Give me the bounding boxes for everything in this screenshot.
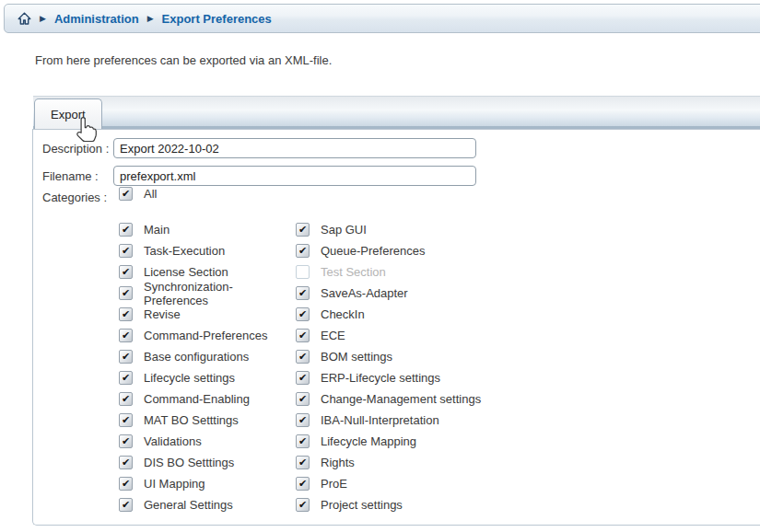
- category-label: ECE: [321, 329, 345, 342]
- category-label: Rights: [321, 456, 355, 469]
- category-checkbox[interactable]: ✔: [119, 286, 133, 300]
- category-label: ERP-Lifecycle settings: [321, 371, 440, 385]
- category-item: ✔Lifecycle Mapping: [296, 434, 590, 448]
- tab-export-label: Export: [51, 108, 86, 121]
- category-label: Project settings: [321, 498, 403, 512]
- category-item: ✔Command-Enabling: [119, 392, 296, 406]
- category-checkbox[interactable]: ✔: [119, 244, 133, 258]
- category-item: ✔IBA-Null-Interpretation: [296, 413, 590, 427]
- home-icon[interactable]: [18, 12, 31, 25]
- category-checkbox[interactable]: ✔: [296, 392, 310, 406]
- category-label: Change-Management settings: [321, 392, 481, 406]
- category-label: IBA-Null-Interpretation: [321, 413, 439, 427]
- category-item: ✔DIS BO Setttings: [119, 456, 296, 469]
- category-item: ✔Base configurations: [119, 350, 296, 364]
- tab-strip: [33, 96, 760, 129]
- intro-text: From here preferences can be exported vi…: [35, 53, 332, 67]
- categories-grid: ✔Main✔Sap GUI✔Task-Execution✔Queue-Prefe…: [119, 219, 590, 515]
- category-label: DIS BO Setttings: [144, 456, 234, 469]
- category-item: ✔Project settings: [296, 498, 590, 512]
- category-label: ProE: [321, 477, 347, 491]
- category-item: ✔Sap GUI: [296, 223, 590, 237]
- filename-input[interactable]: [113, 166, 476, 186]
- category-item: ✔Lifecycle settings: [119, 371, 296, 385]
- all-checkbox-label: All: [144, 187, 157, 201]
- category-checkbox[interactable]: ✔: [119, 434, 133, 448]
- description-input[interactable]: [113, 138, 476, 158]
- category-checkbox[interactable]: ✔: [296, 371, 310, 385]
- filename-label: Filename :: [42, 169, 99, 183]
- category-checkbox[interactable]: ✔: [119, 307, 133, 321]
- category-item: ✔Change-Management settings: [296, 392, 590, 406]
- category-item: ✔General Settings: [119, 498, 296, 512]
- category-checkbox[interactable]: ✔: [296, 286, 310, 300]
- category-item: ✔License Section: [119, 265, 296, 279]
- category-label: CheckIn: [321, 307, 365, 321]
- category-label: SaveAs-Adapter: [321, 286, 408, 300]
- category-item: ✔Revise: [119, 307, 296, 321]
- category-item: ✔MAT BO Setttings: [119, 413, 296, 427]
- category-checkbox[interactable]: ✔: [119, 223, 133, 237]
- category-checkbox[interactable]: ✔: [296, 477, 310, 491]
- category-item: ✔SaveAs-Adapter: [296, 286, 590, 300]
- tab-export[interactable]: Export: [34, 98, 102, 129]
- all-checkbox[interactable]: ✔: [119, 187, 133, 201]
- category-label: Command-Preferences: [144, 329, 267, 342]
- category-item: ✔BOM settings: [296, 350, 590, 364]
- export-form-panel: Description : Filename : Categories : ✔ …: [32, 129, 760, 526]
- category-checkbox[interactable]: ✔: [296, 223, 310, 237]
- category-checkbox[interactable]: ✔: [119, 477, 133, 491]
- breadcrumb-export-preferences[interactable]: Export Preferences: [162, 12, 272, 26]
- category-item: ✔Rights: [296, 456, 590, 469]
- breadcrumb: ▶ Administration ▶ Export Preferences: [4, 4, 760, 33]
- category-checkbox[interactable]: ✔: [296, 307, 310, 321]
- category-label: License Section: [144, 265, 228, 279]
- category-checkbox[interactable]: ✔: [296, 456, 310, 469]
- category-checkbox[interactable]: ✔: [119, 413, 133, 427]
- export-preferences-page: ▶ Administration ▶ Export Preferences Fr…: [0, 0, 760, 532]
- category-item: Test Section: [296, 265, 590, 279]
- category-item: ✔ERP-Lifecycle settings: [296, 371, 590, 385]
- category-checkbox[interactable]: ✔: [296, 498, 310, 512]
- breadcrumb-administration[interactable]: Administration: [54, 12, 139, 26]
- category-item: ✔CheckIn: [296, 307, 590, 321]
- category-item: ✔UI Mapping: [119, 477, 296, 491]
- category-label: Queue-Preferences: [321, 244, 425, 258]
- category-checkbox[interactable]: ✔: [296, 350, 310, 364]
- category-item: ✔Synchronization-Preferences: [119, 280, 296, 307]
- category-label: UI Mapping: [144, 477, 205, 491]
- category-item: ✔Main: [119, 223, 296, 237]
- category-label: Base configurations: [144, 350, 249, 364]
- category-label: Sap GUI: [321, 223, 367, 237]
- category-label: Lifecycle Mapping: [321, 434, 416, 448]
- category-item: ✔ProE: [296, 477, 590, 491]
- category-item: ✔Task-Execution: [119, 244, 296, 258]
- category-item: ✔Command-Preferences: [119, 329, 296, 342]
- category-checkbox[interactable]: ✔: [119, 371, 133, 385]
- category-label: Synchronization-Preferences: [144, 280, 296, 307]
- category-label: Validations: [144, 434, 202, 448]
- description-label: Description :: [42, 142, 109, 156]
- category-label: Test Section: [321, 265, 386, 279]
- category-label: Lifecycle settings: [144, 371, 235, 385]
- category-label: Task-Execution: [144, 244, 225, 258]
- category-checkbox[interactable]: ✔: [119, 329, 133, 342]
- chevron-right-icon: ▶: [40, 15, 46, 23]
- category-item-all: ✔ All: [119, 187, 157, 201]
- category-item: ✔ECE: [296, 329, 590, 342]
- category-checkbox[interactable]: ✔: [296, 329, 310, 342]
- category-label: MAT BO Setttings: [144, 413, 239, 427]
- category-checkbox[interactable]: ✔: [296, 244, 310, 258]
- category-checkbox[interactable]: ✔: [119, 392, 133, 406]
- category-checkbox[interactable]: ✔: [119, 456, 133, 469]
- category-checkbox: [296, 265, 310, 279]
- category-checkbox[interactable]: ✔: [119, 498, 133, 512]
- category-checkbox[interactable]: ✔: [296, 413, 310, 427]
- category-checkbox[interactable]: ✔: [296, 434, 310, 448]
- category-label: Main: [144, 223, 170, 237]
- category-label: General Settings: [144, 498, 233, 512]
- category-checkbox[interactable]: ✔: [119, 350, 133, 364]
- categories-label: Categories :: [42, 191, 107, 204]
- category-item: ✔Validations: [119, 434, 296, 448]
- category-checkbox[interactable]: ✔: [119, 265, 133, 279]
